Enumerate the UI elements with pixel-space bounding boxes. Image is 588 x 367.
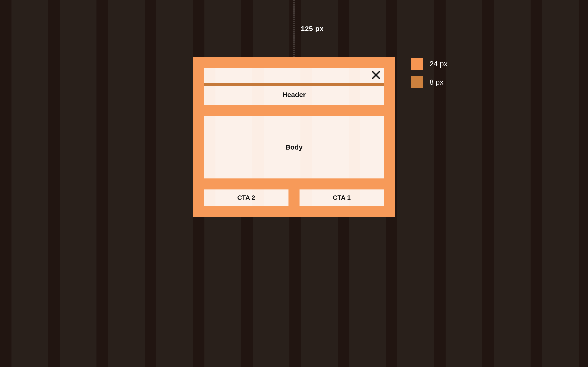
dialog-body-region: Body [204, 116, 384, 178]
legend-item-24: 24 px [411, 58, 447, 70]
top-offset-guide [294, 0, 294, 57]
cta-1-label: CTA 1 [333, 194, 351, 201]
dialog-header-region: Header [204, 68, 384, 105]
dialog-header-label: Header [204, 91, 384, 99]
close-button[interactable] [370, 70, 382, 81]
dialog-cta-row: CTA 2 CTA 1 [204, 190, 384, 206]
close-icon [371, 70, 381, 81]
legend-item-8: 8 px [411, 76, 447, 88]
dialog-body-label: Body [285, 143, 303, 151]
legend-label-8: 8 px [430, 78, 443, 86]
cta-1-button[interactable]: CTA 1 [300, 190, 384, 206]
cta-2-button[interactable]: CTA 2 [204, 190, 288, 206]
header-spacing-bar [204, 83, 384, 86]
dialog-spec: Header Body CTA 2 CTA 1 [193, 57, 395, 217]
spacing-legend: 24 px 8 px [411, 58, 447, 88]
legend-swatch-24 [411, 58, 423, 70]
legend-swatch-8 [411, 76, 423, 88]
legend-label-24: 24 px [430, 60, 447, 68]
top-offset-label: 125 px [301, 25, 324, 33]
cta-2-label: CTA 2 [237, 194, 255, 201]
